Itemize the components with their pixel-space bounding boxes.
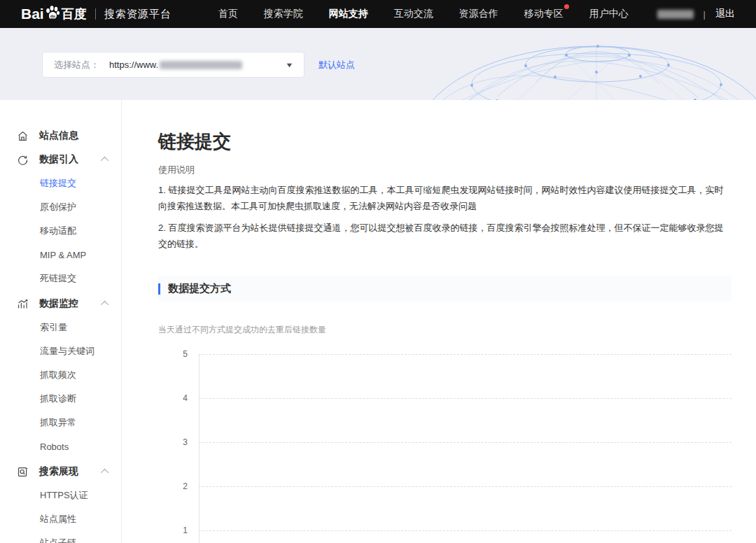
nav-item-home[interactable]: 首页 [218, 8, 238, 20]
nav-item-site-support[interactable]: 网站支持 [329, 8, 368, 20]
username-blurred[interactable] [657, 10, 694, 19]
y-tick-label: 1 [158, 526, 188, 535]
logo-text-cn: 百度 [62, 6, 87, 22]
nav-item-mobile-zone[interactable]: 移动专区 [524, 8, 564, 20]
section-header: 数据提交方式 [158, 276, 732, 302]
sidebar-item-link-submit[interactable]: 链接提交 [0, 171, 121, 195]
sidebar-item-site-sublink[interactable]: 站点子链 [0, 531, 121, 543]
logout-button[interactable]: 退出 [715, 8, 735, 20]
primary-nav: 首页 搜索学院 网站支持 互动交流 资源合作 移动专区 用户中心 [192, 8, 629, 20]
chevron-up-icon[interactable] [101, 157, 108, 164]
sidebar-item-index-volume[interactable]: 索引量 [0, 316, 121, 339]
nav-item-interaction[interactable]: 互动交流 [394, 8, 433, 20]
default-site-link[interactable]: 默认站点 [318, 59, 355, 71]
sidebar-item-dead-link[interactable]: 死链提交 [0, 267, 121, 290]
sidebar-item-crawl-exception[interactable]: 抓取异常 [0, 411, 121, 435]
y-tick-label: 3 [158, 437, 188, 447]
home-icon [17, 130, 29, 142]
sidebar: 站点信息 数据引入 链接提交 原创保护 移动适配 MIP & AMP 死链提交 … [0, 100, 122, 543]
nav-item-user-center[interactable]: 用户中心 [589, 8, 629, 20]
baidu-paw-icon: du [45, 5, 60, 20]
sidebar-item-site-attribute[interactable]: 站点属性 [0, 507, 121, 531]
nav-item-cooperation[interactable]: 资源合作 [459, 8, 498, 20]
chevron-up-icon[interactable] [101, 469, 108, 477]
usage-line-2: 2. 百度搜索资源平台为站长提供链接提交通道，您可以提交想被百度收录的链接，百度… [158, 220, 732, 252]
usage-line-1: 1. 链接提交工具是网站主动向百度搜索推送数据的工具，本工具可缩短爬虫发现网站链… [158, 182, 732, 214]
sidebar-item-https-cert[interactable]: HTTPS认证 [0, 484, 121, 507]
site-selector-dropdown[interactable]: 选择站点： https://www. ▼ [42, 52, 304, 78]
wireframe-globe-graphic [413, 34, 756, 100]
submission-chart: 5 4 3 2 1 [158, 354, 732, 543]
nav-item-academy[interactable]: 搜索学院 [264, 8, 303, 20]
chart-y-axis-line [199, 354, 200, 543]
y-tick-label: 4 [158, 393, 188, 403]
user-separator: | [704, 9, 706, 20]
chart-subtitle: 当天通过不同方式提交成功的去重后链接数量 [158, 324, 732, 336]
sidebar-item-mip-amp[interactable]: MIP & AMP [0, 243, 121, 267]
content-wrapper: 站点信息 数据引入 链接提交 原创保护 移动适配 MIP & AMP 死链提交 … [0, 100, 756, 543]
baidu-logo[interactable]: Bai du 百度 搜索资源平台 [21, 6, 172, 22]
monitor-chart-icon [17, 298, 29, 310]
sidebar-group-site-info[interactable]: 站点信息 [0, 124, 121, 148]
page-title: 链接提交 [158, 132, 732, 151]
sidebar-item-crawl-frequency[interactable]: 抓取频次 [0, 363, 121, 387]
chevron-up-icon[interactable] [101, 301, 108, 309]
logo-text-du: du [50, 14, 55, 18]
site-url-blurred [160, 61, 242, 69]
sidebar-item-original-protect[interactable]: 原创保护 [0, 195, 121, 219]
sidebar-item-mobile-adapt[interactable]: 移动适配 [0, 219, 121, 243]
section-title: 数据提交方式 [168, 282, 231, 295]
section-accent-bar [158, 283, 160, 295]
dropdown-caret-icon[interactable]: ▼ [285, 62, 293, 69]
sidebar-item-crawl-diagnosis[interactable]: 抓取诊断 [0, 387, 121, 411]
sidebar-group-search-display[interactable]: 搜索展现 [0, 460, 121, 484]
y-tick-label: 5 [158, 349, 188, 359]
usage-instructions-title: 使用说明 [158, 164, 732, 176]
platform-name: 搜索资源平台 [104, 8, 172, 21]
logo-divider [95, 8, 96, 20]
sidebar-item-robots[interactable]: Robots [0, 435, 121, 458]
top-navbar: Bai du 百度 搜索资源平台 首页 搜索学院 网站支持 互动交流 资源合作 … [0, 0, 756, 28]
site-selector-label: 选择站点： [54, 59, 99, 71]
site-selector-row: 选择站点： https://www. ▼ 默认站点 [42, 52, 355, 78]
y-tick-label: 2 [158, 481, 188, 491]
sidebar-item-traffic-keywords[interactable]: 流量与关键词 [0, 339, 121, 363]
banner: 选择站点： https://www. ▼ 默认站点 [0, 28, 756, 100]
notification-dot [564, 4, 569, 9]
search-display-icon [17, 466, 29, 478]
sidebar-group-data-import[interactable]: 数据引入 [0, 148, 121, 171]
data-import-icon [17, 154, 29, 166]
selected-site-url: https://www. [109, 59, 242, 70]
logo-text-bai: Bai [21, 6, 44, 22]
user-area: | 退出 [657, 8, 735, 20]
main-panel: 链接提交 使用说明 1. 链接提交工具是网站主动向百度搜索推送数据的工具，本工具… [122, 100, 756, 543]
sidebar-group-data-monitor[interactable]: 数据监控 [0, 292, 121, 316]
